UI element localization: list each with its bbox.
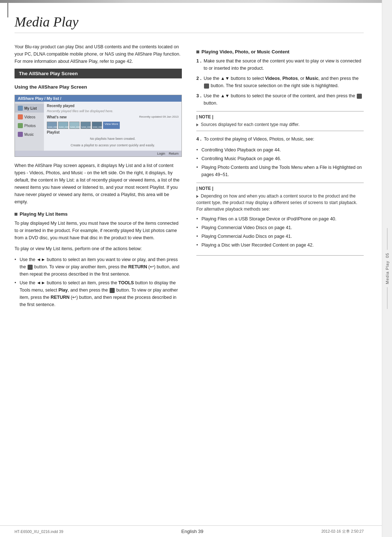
thumb-2: SAM_0002 [58,122,68,129]
right-column: Playing Video, Photo, or Music Content 1… [196,43,364,514]
photos-icon [18,123,23,128]
triangle-icon-2 [196,195,199,198]
step-3-num: 3 . [196,92,201,99]
view-more-button[interactable]: View More [103,122,120,129]
step-1-text: Make sure that the source of the content… [204,58,361,71]
playlist-section: Playlist No playlists have been created.… [47,130,179,149]
step-2-text: Use the ▲▼ buttons to select Videos, Pho… [204,76,359,88]
step-2-num: 2 . [196,75,201,82]
two-column-layout: Your Blu-ray product can play Disc and U… [15,43,364,514]
allshare-body: My List Videos Photos [15,102,181,151]
whats-new-date: Recently updated 09 Jan 2013 [139,115,179,118]
enter-icon-4 [357,94,362,99]
thumb-4: SAM_0004 [81,122,91,129]
page-container: 05 Media Play Media Play Your Blu-ray pr… [0,0,392,537]
playing-mylist-para1: To play displayed My List items, you mus… [15,220,182,241]
sidebar-photos-label: Photos [24,124,36,128]
footer-login: Login [157,152,165,155]
mylist-bullet-2: Use the ◄► buttons to select an item, pr… [15,279,182,308]
note2-bullets: Playing Files on a USB Storage Device or… [196,215,364,249]
note2-bullet-2: Playing Commercial Video Discs on page 4… [196,224,364,231]
sidebar-item-music: Music [15,130,44,139]
note-label-1: | NOTE | [196,114,364,119]
section-label: 05 [385,253,389,258]
page-title: Media Play [15,14,364,33]
thumb-5: SAM_0005 [92,122,102,129]
allshare-title-bar: AllShare Play / My list / [15,95,181,102]
note-box-2: | NOTE | Depending on how and when you a… [196,183,364,256]
videos-icon [18,114,23,119]
top-bar [0,0,392,3]
whats-new-title: What's new [47,115,67,119]
step4-bullet-1: Controlling Video Playback on page 44. [196,146,364,154]
triangle-icon-1 [196,123,199,126]
allshare-mockup: AllShare Play / My list / My List Videos [15,95,182,157]
step-3-text: Use the ▲▼ buttons to select the source … [204,93,362,106]
recently-played-title: Recently played [47,104,179,108]
left-column: Your Blu-ray product can play Disc and U… [15,43,182,514]
sidebar-mylist-label: My List [24,106,37,110]
intro-paragraph: Your Blu-ray product can play Disc and U… [15,43,182,65]
allshare-footer: Login Return [15,151,181,156]
allshare-main-panel: Recently played Recently played files wi… [44,102,181,151]
footer-pagenum: English 39 [181,529,203,534]
music-icon [18,132,23,137]
main-content: Media Play Your Blu-ray product can play… [0,3,382,525]
recently-played-empty: Recently played files will be displayed … [47,109,179,113]
footer-filename: HT-E6500_XU_0216.indd 39 [15,529,63,534]
sidebar-item-videos: Videos [15,113,44,121]
allshare-sidebar: My List Videos Photos [15,102,44,151]
step4-bullet-2: Controlling Music Playback on page 46. [196,155,364,162]
allshare-description: When the AllShare Play screen appears, i… [15,162,182,206]
footer-return: Return [169,152,179,155]
playing-mylist-para2: To play or view My List items, perform o… [15,245,182,252]
note2-bullet-3: Playing Commercial Audio Discs on page 4… [196,233,364,240]
note-content-2: Depending on how and when you attach a c… [196,193,364,212]
note-label-2: | NOTE | [196,186,364,191]
side-line-bottom [387,287,388,309]
mylist-bullet-1: Use the ◄► buttons to select an item you… [15,256,182,278]
sidebar-item-mylist: My List [15,104,44,113]
sidebar-videos-label: Videos [24,115,35,119]
side-line-top [387,228,388,250]
thumbnails-row: SAM_0001 SAM_0002 SAM_0003 SAM_0004 SAM_… [47,122,179,129]
sq-bullet-2 [196,50,199,53]
sidebar-music-label: Music [24,133,34,137]
thumb-3: SAM_0003 [69,122,79,129]
playing-vpm-heading: Playing Video, Photo, or Music Content [196,49,364,54]
section-name: Media Play [385,261,389,284]
playlist-empty-1: No playlists have been created. [47,135,179,142]
sidebar-item-photos: Photos [15,121,44,130]
side-accent: 05 Media Play [382,0,392,537]
note2-bullet-1: Playing Files on a USB Storage Device or… [196,215,364,223]
step-1: 1 . Make sure that the source of the con… [196,57,364,72]
note2-bullet-4: Playing a Disc with User Recorded Conten… [196,241,364,249]
steps-list: 1 . Make sure that the source of the con… [196,57,364,107]
left-bar-decoration [7,3,8,17]
enter-icon-1 [28,265,33,270]
step-1-num: 1 . [196,57,201,65]
step4-bullet-3: Playing Photo Contents and Using the Too… [196,164,364,178]
playlist-empty-2: Create a playlist to access your content… [47,142,179,149]
enter-icon-2 [110,288,115,293]
footer-timestamp: 2012-02-16 오후 2:50:27 [321,529,364,534]
playing-mylist-bullets: Use the ◄► buttons to select an item you… [15,256,182,308]
step-4-intro: 4 . To control the playing of Videos, Ph… [196,135,364,143]
thumb-1: SAM_0001 [47,122,57,129]
note-content-1: Sources displayed for each content type … [196,121,364,128]
step-3: 3 . Use the ▲▼ buttons to select the sou… [196,92,364,107]
mylist-icon [18,106,23,111]
playlist-title: Playlist [47,130,179,134]
playing-mylist-heading: Playing My List Items [15,211,182,217]
step-2: 2 . Use the ▲▼ buttons to select Videos,… [196,75,364,89]
step4-bullets: Controlling Video Playback on page 44. C… [196,146,364,178]
allshare-section-heading: The AllShare Play Screen [15,69,182,78]
note-box-1: | NOTE | Sources displayed for each cont… [196,111,364,131]
whats-new-row: What's new Recently updated 09 Jan 2013 [47,115,179,120]
using-allshare-subheading: Using the AllShare Play Screen [15,84,182,90]
sq-bullet-1 [15,213,17,216]
enter-icon-3 [204,84,209,89]
page-footer: HT-E6500_XU_0216.indd 39 English 39 2012… [0,525,382,537]
